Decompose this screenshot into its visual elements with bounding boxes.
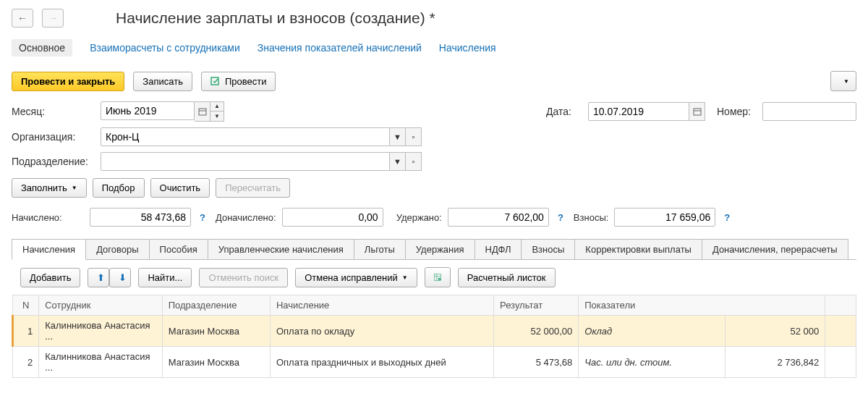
svg-text:+: + [438,278,440,281]
withheld-label: Удержано: [396,212,442,223]
table-row[interactable]: 2 Калинникова Анастасия ... Магазин Моск… [13,347,856,378]
nav-tab-main[interactable]: Основное [12,39,72,56]
col-result-header[interactable]: Результат [494,295,579,316]
select-button[interactable]: Подбор [93,178,145,198]
contributions-value[interactable] [614,208,715,227]
cancel-fixes-button[interactable]: Отмена исправлений ▼ [295,268,417,287]
date-label: Дата: [546,106,582,117]
add-row-button[interactable]: Добавить [20,268,80,287]
payslip-button[interactable]: Расчетный листок [458,268,556,287]
number-label: Номер: [717,106,757,117]
find-button[interactable]: Найти... [138,268,192,287]
cancel-search-button: Отменить поиск [199,268,288,287]
dept-label: Подразделение: [12,156,95,167]
dept-input[interactable] [101,152,390,171]
accrued-label: Начислено: [12,212,84,223]
col-n-header[interactable]: N [13,295,39,316]
save-button[interactable]: Записать [133,72,192,91]
post-icon [210,76,221,86]
col-charge-header[interactable]: Начисление [270,295,493,316]
nav-tab-settlements[interactable]: Взаиморасчеты с сотрудниками [90,42,240,54]
org-input[interactable] [101,127,390,146]
tab-add-accruals[interactable]: Доначисления, перерасчеты [702,239,848,259]
recalc-button: Пересчитать [216,178,290,198]
back-button[interactable]: ← [12,9,33,28]
clear-button[interactable]: Очистить [150,178,210,198]
month-input[interactable] [101,101,195,120]
withheld-value[interactable] [448,208,549,227]
date-calendar-icon[interactable] [689,102,705,121]
accrued-value[interactable] [90,208,191,227]
tab-contrib[interactable]: Взносы [521,239,575,259]
col-extra-header [825,295,856,316]
table-icon: + [434,271,441,283]
date-input[interactable] [588,102,689,121]
more-menu-button[interactable]: ▼ [830,71,856,91]
nav-tab-accruals[interactable]: Начисления [439,42,496,54]
col-dept-header[interactable]: Подразделение [162,295,270,316]
org-label: Организация: [12,131,95,143]
post-button[interactable]: Провести [201,72,276,91]
forward-button: → [42,9,64,28]
tab-mgmt[interactable]: Управленческие начисления [208,239,354,259]
col-indicators-header[interactable]: Показатели [579,295,825,316]
tab-deductions[interactable]: Удержания [405,239,475,259]
calendar-icon[interactable] [195,101,210,122]
add-accrued-label: Доначислено: [216,212,276,223]
table-settings-button[interactable]: + [425,267,451,287]
table-row[interactable]: 1 Калинникова Анастасия ... Магазин Моск… [13,316,856,347]
month-label: Месяц: [12,106,95,117]
post-and-close-button[interactable]: Провести и закрыть [12,72,124,91]
help-icon-2[interactable]: ? [558,212,563,223]
org-open-button[interactable]: ▫ [406,127,422,146]
dept-dropdown-button[interactable]: ▼ [390,152,406,171]
month-up-button[interactable]: ▲ [210,102,224,111]
help-icon-3[interactable]: ? [724,212,730,223]
number-input[interactable] [762,102,856,121]
col-employee-header[interactable]: Сотрудник [39,295,163,316]
nav-tabs: Основное Взаиморасчеты с сотрудниками Зн… [12,39,856,56]
dept-open-button[interactable]: ▫ [406,152,422,171]
svg-rect-3 [199,109,206,115]
org-dropdown-button[interactable]: ▼ [390,127,406,146]
help-icon[interactable]: ? [200,212,205,223]
move-down-button[interactable]: ⬇ [109,268,131,287]
tab-corrections[interactable]: Корректировки выплаты [574,239,702,259]
fill-button[interactable]: Заполнить ▼ [12,178,87,198]
tab-contracts[interactable]: Договоры [85,239,149,259]
svg-rect-5 [694,109,701,115]
page-title: Начисление зарплаты и взносов (создание)… [116,9,435,27]
tab-accruals[interactable]: Начисления [12,239,86,260]
tab-privileges[interactable]: Льготы [354,239,406,259]
tab-ndfl[interactable]: НДФЛ [475,239,522,259]
add-accrued-value[interactable] [282,208,383,227]
svg-rect-0 [211,77,218,85]
tab-benefits[interactable]: Пособия [149,239,208,259]
move-up-button[interactable]: ⬆ [88,268,109,287]
nav-tab-indicators[interactable]: Значения показателей начислений [258,42,422,54]
accruals-table: N Сотрудник Подразделение Начисление Рез… [12,295,856,378]
month-down-button[interactable]: ▼ [210,111,224,121]
contributions-label: Взносы: [574,212,609,223]
